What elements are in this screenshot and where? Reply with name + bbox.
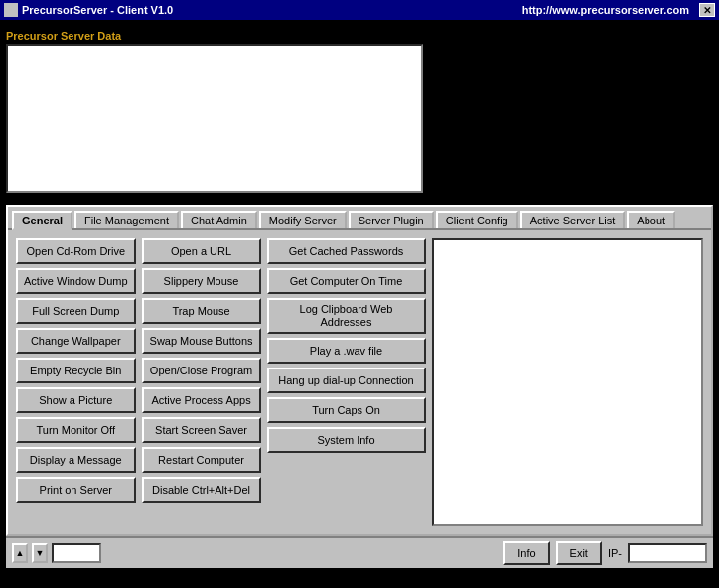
bottom-left-section: ▲ ▼ — [12, 543, 101, 563]
change-wallpaper-button[interactable]: Change Wallpaper — [16, 328, 136, 354]
tabs-row: General File Management Chat Admin Modif… — [8, 207, 711, 230]
tab-file-management[interactable]: File Management — [74, 211, 179, 228]
get-cached-passwords-button[interactable]: Get Cached Passwords — [267, 238, 426, 264]
tab-about[interactable]: About — [627, 211, 675, 228]
tab-general[interactable]: General — [12, 211, 72, 230]
right-output-panel — [432, 238, 704, 526]
get-computer-on-time-button[interactable]: Get Computer On Time — [267, 268, 426, 294]
tab-content-general: Open Cd-Rom Drive Active Window Dump Ful… — [8, 230, 711, 534]
turn-monitor-off-button[interactable]: Turn Monitor Off — [16, 417, 136, 443]
ip-label: IP- — [608, 547, 622, 559]
button-column-2: Open a URL Slippery Mouse Trap Mouse Swa… — [142, 238, 261, 526]
disable-ctrl-alt-del-button[interactable]: Disable Ctrl+Alt+Del — [142, 477, 261, 503]
empty-recycle-bin-button[interactable]: Empty Recycle Bin — [16, 358, 136, 383]
tab-active-server-list[interactable]: Active Server List — [520, 211, 626, 228]
slippery-mouse-button[interactable]: Slippery Mouse — [142, 268, 261, 294]
title-bar-right-section: http://www.precursorserver.com ✕ — [522, 3, 715, 17]
info-button[interactable]: Info — [503, 541, 549, 565]
scroll-down-button[interactable]: ▼ — [32, 543, 48, 563]
url-display: http://www.precursorserver.com — [522, 4, 689, 16]
tab-modify-server[interactable]: Modify Server — [259, 211, 347, 228]
data-label: Precursor Server Data — [6, 30, 713, 42]
bottom-right-section: Info Exit IP- — [503, 541, 707, 565]
exit-button[interactable]: Exit — [556, 541, 602, 565]
turn-caps-on-button[interactable]: Turn Caps On — [267, 397, 426, 423]
tab-client-config[interactable]: Client Config — [436, 211, 518, 228]
app-icon — [4, 3, 18, 17]
main-window: Precursor Server Data General File Manag… — [0, 20, 719, 588]
system-info-button[interactable]: System Info — [267, 427, 426, 453]
bottom-bar: ▲ ▼ Info Exit IP- — [6, 536, 713, 568]
open-cdrom-button[interactable]: Open Cd-Rom Drive — [16, 238, 136, 264]
data-textarea[interactable] — [6, 44, 423, 193]
active-window-dump-button[interactable]: Active Window Dump — [16, 268, 136, 294]
title-bar: PrecursorServer - Client V1.0 http://www… — [0, 0, 719, 20]
close-button[interactable]: ✕ — [699, 3, 715, 17]
trap-mouse-button[interactable]: Trap Mouse — [142, 298, 261, 324]
start-screen-saver-button[interactable]: Start Screen Saver — [142, 417, 261, 443]
display-message-button[interactable]: Display a Message — [16, 447, 136, 473]
full-screen-dump-button[interactable]: Full Screen Dump — [16, 298, 136, 324]
title-bar-left: PrecursorServer - Client V1.0 — [4, 3, 173, 17]
show-picture-button[interactable]: Show a Picture — [16, 387, 136, 413]
button-column-1: Open Cd-Rom Drive Active Window Dump Ful… — [16, 238, 136, 526]
restart-computer-button[interactable]: Restart Computer — [142, 447, 261, 473]
tab-chat-admin[interactable]: Chat Admin — [181, 211, 257, 228]
log-clipboard-button[interactable]: Log Clipboard WebAddresses — [267, 298, 426, 334]
play-wav-button[interactable]: Play a .wav file — [267, 338, 426, 364]
hang-up-dialup-button[interactable]: Hang up dial-up Connection — [267, 368, 426, 393]
data-section: Precursor Server Data — [6, 26, 713, 199]
bottom-text-input[interactable] — [52, 543, 101, 563]
active-process-apps-button[interactable]: Active Process Apps — [142, 387, 261, 413]
window-title: PrecursorServer - Client V1.0 — [22, 4, 173, 16]
open-url-button[interactable]: Open a URL — [142, 238, 261, 264]
button-column-3: Get Cached Passwords Get Computer On Tim… — [267, 238, 426, 526]
open-close-program-button[interactable]: Open/Close Program — [142, 358, 261, 383]
ip-input[interactable] — [628, 543, 707, 563]
tab-container: General File Management Chat Admin Modif… — [6, 205, 713, 536]
tab-server-plugin[interactable]: Server Plugin — [349, 211, 434, 228]
swap-mouse-buttons-button[interactable]: Swap Mouse Buttons — [142, 328, 261, 354]
print-on-server-button[interactable]: Print on Server — [16, 477, 136, 503]
scroll-up-button[interactable]: ▲ — [12, 543, 28, 563]
